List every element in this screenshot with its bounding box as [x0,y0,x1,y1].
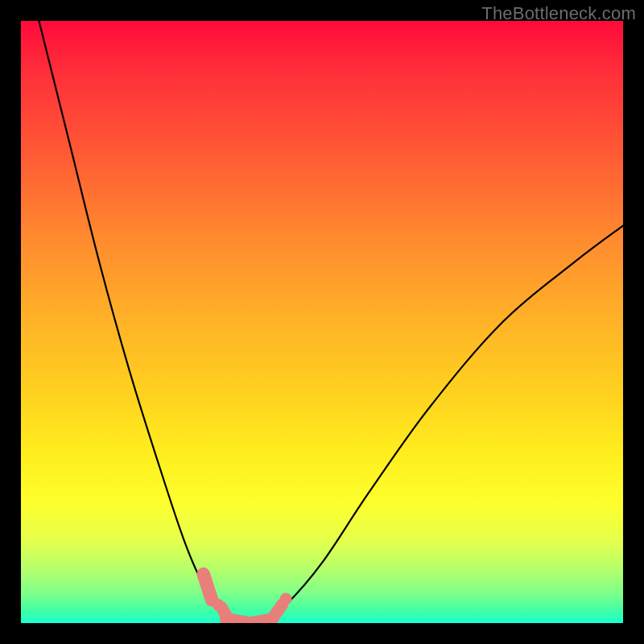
chart-plot-area [21,21,623,623]
curve-right-curve [262,225,623,623]
watermark-text: TheBottleneck.com [481,3,636,24]
marker-pill-0 [204,574,212,600]
marker-layer [204,574,292,623]
chart-svg [21,21,623,623]
marker-dot-6 [280,593,292,605]
curve-left-curve [39,21,231,623]
marker-pill-5 [271,605,283,621]
curve-layer [39,21,623,623]
